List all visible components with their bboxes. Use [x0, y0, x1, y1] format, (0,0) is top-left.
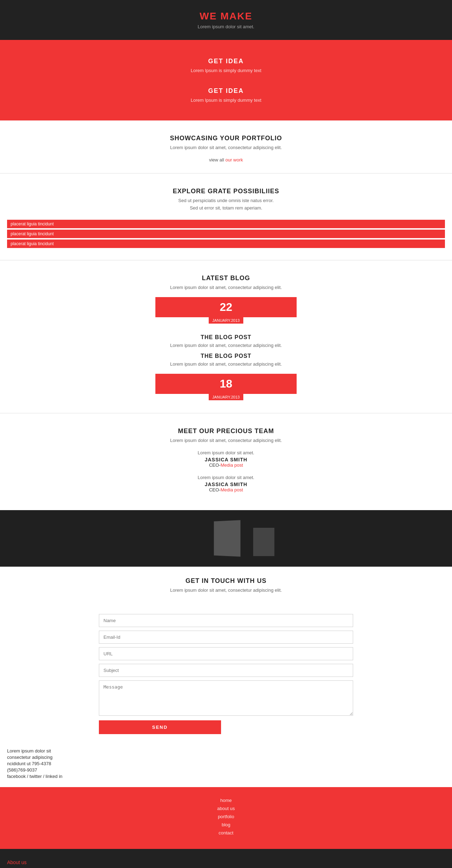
hero-item-2: GET IDEA Lorem Ipsum is simply dummy tex…: [7, 87, 445, 103]
team-member-2-desc: Lorem ipsum dolor sit amet.: [7, 475, 445, 480]
divider-3: [0, 413, 452, 413]
header-subtitle: Lorem ipsum dolor sit amet.: [7, 24, 445, 29]
portfolio-view-all-link[interactable]: our work: [225, 157, 243, 163]
contact-title: GET IN TOUCH WITH US: [7, 577, 445, 585]
team-section: MEET OUR PRECIOUS TEAM Lorem ipsum dolor…: [0, 417, 452, 510]
url-input[interactable]: [99, 647, 353, 660]
divider-2: [0, 260, 452, 260]
dark-image-section: [0, 510, 452, 567]
footer-nav-blog[interactable]: blog: [7, 822, 445, 827]
contact-info-line4: (586)769-9037: [7, 767, 445, 773]
header-title: WE MAKE: [7, 11, 445, 22]
team-member-1-role: CEO-Media post: [7, 462, 445, 468]
hero-item-1-title: GET IDEA: [7, 58, 445, 65]
blog-post-text-2: Lorem ipsum dolor sit amet, consectetur …: [7, 361, 445, 367]
hero-item-1-text: Lorem Ipsum is simply dummy text: [7, 68, 445, 73]
divider-1: [0, 173, 452, 173]
dark-footer: About us Lorem ipsum dolor sit amet, con…: [0, 849, 452, 868]
site-header: WE MAKE Lorem ipsum dolor sit amet.: [0, 0, 452, 40]
team-member-2-name: JASSICA SMITH: [7, 482, 445, 487]
team-subtitle: Lorem ipsum dolor sit amet, consectetur …: [7, 438, 445, 443]
blog-title: LATEST BLOG: [7, 274, 445, 282]
portfolio-subtitle: Lorem ipsum dolor sit amet, consectetur …: [7, 145, 445, 150]
blog-post-text-1: Lorem ipsum dolor sit amet, consectetur …: [7, 343, 445, 348]
hero-section: GET IDEA Lorem Ipsum is simply dummy tex…: [0, 40, 452, 120]
explore-title: EXPLORE GRATE POSSIBILIIES: [7, 188, 445, 195]
footer-nav: home about us portfolio blog contact: [0, 787, 452, 849]
footer-nav-portfolio[interactable]: portfolio: [7, 814, 445, 819]
explore-subtitle: Sed ut perspiciatis unde omnis iste natu…: [7, 198, 445, 203]
team-title: MEET OUR PRECIOUS TEAM: [7, 427, 445, 435]
message-textarea[interactable]: [99, 680, 353, 716]
footer-nav-about[interactable]: about us: [7, 806, 445, 811]
contact-info-line2: consectetur adipiscing: [7, 755, 445, 760]
team-member-1: Lorem ipsum dolor sit amet. JASSICA SMIT…: [7, 450, 445, 468]
team-member-1-role-link[interactable]: Media post: [220, 462, 243, 468]
hero-item-2-title: GET IDEA: [7, 87, 445, 95]
explore-section: EXPLORE GRATE POSSIBILIIES Sed ut perspi…: [0, 177, 452, 220]
email-input[interactable]: [99, 631, 353, 644]
image-shape-2: [253, 528, 274, 556]
header-we: WE: [200, 11, 220, 22]
portfolio-view-all: view all our work: [7, 157, 445, 163]
blog-post-title-2: THE BLOG POST: [7, 353, 445, 359]
blog-number-1: 22: [155, 297, 297, 317]
team-member-1-desc: Lorem ipsum dolor sit amet.: [7, 450, 445, 455]
team-member-1-name: JASSICA SMITH: [7, 457, 445, 462]
contact-info-line1: Lorem ipsum dolor sit: [7, 748, 445, 754]
contact-info-line5: facebook / twitter / linked in: [7, 774, 445, 779]
footer-nav-contact[interactable]: contact: [7, 830, 445, 835]
about-title: About us: [7, 860, 445, 865]
progress-bar-2: placerat liguia tincidunt: [7, 230, 445, 238]
footer-nav-home[interactable]: home: [7, 798, 445, 803]
send-button[interactable]: SEND: [99, 720, 221, 734]
hero-item-1: GET IDEA Lorem Ipsum is simply dummy tex…: [7, 58, 445, 73]
hero-item-2-text: Lorem Ipsum is simply dummy text: [7, 98, 445, 103]
portfolio-section: SHOWCASING YOUR PORTFOLIO Lorem ipsum do…: [0, 120, 452, 170]
explore-desc2: Sed ut error sit, totam rem aperiam.: [7, 205, 445, 211]
blog-post-title-1: THE BLOG POST: [7, 334, 445, 341]
contact-section: GET IN TOUCH WITH US Lorem ipsum dolor s…: [0, 567, 452, 745]
contact-form: SEND: [92, 603, 360, 745]
portfolio-title: SHOWCASING YOUR PORTFOLIO: [7, 135, 445, 142]
blog-number-2: 18: [155, 374, 297, 394]
blog-date-2: JANUARY.2013: [7, 394, 445, 406]
name-input[interactable]: [99, 614, 353, 627]
progress-bar-3: placerat liguia tincidunt: [7, 240, 445, 248]
subject-input[interactable]: [99, 664, 353, 677]
team-member-2: Lorem ipsum dolor sit amet. JASSICA SMIT…: [7, 475, 445, 492]
contact-info: Lorem ipsum dolor sit consectetur adipis…: [0, 745, 452, 787]
header-make: MAKE: [220, 11, 252, 22]
blog-date-1: JANUARY.2013: [7, 317, 445, 329]
image-shape-1: [214, 520, 240, 557]
progress-bars: placerat liguia tincidunt placerat ligui…: [0, 220, 452, 256]
progress-bar-1: placerat liguia tincidunt: [7, 220, 445, 228]
contact-subtitle: Lorem ipsum dolor sit amet, consectetur …: [7, 587, 445, 593]
team-member-2-role: CEO-Media post: [7, 487, 445, 492]
blog-section: LATEST BLOG Lorem ipsum dolor sit amet, …: [0, 264, 452, 409]
blog-subtitle: Lorem ipsum dolor sit amet, consectetur …: [7, 285, 445, 290]
contact-info-line3: ncididunt ut 795-4378: [7, 761, 445, 766]
team-member-2-role-link[interactable]: Media post: [220, 487, 243, 492]
